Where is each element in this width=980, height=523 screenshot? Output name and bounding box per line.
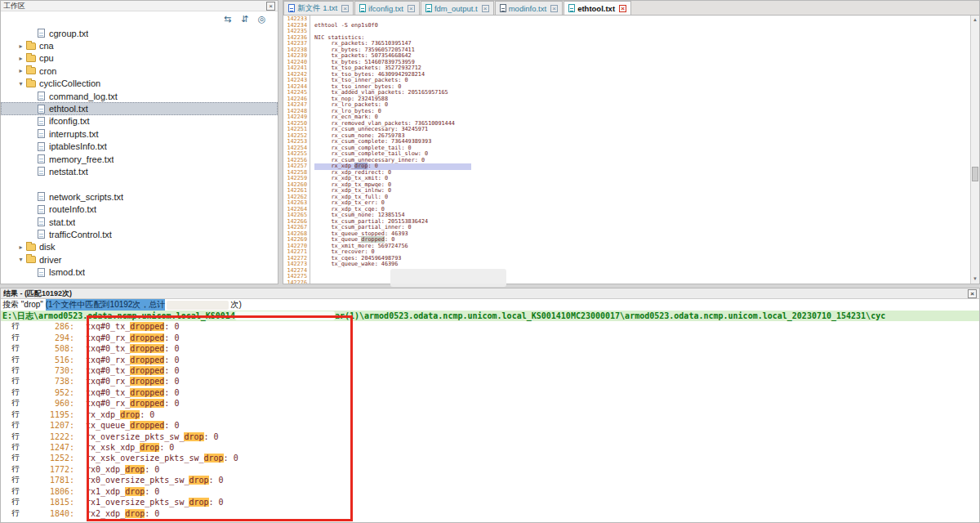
tree-item-label: lsmod.txt [49, 267, 85, 277]
search-result-row[interactable]: 行1815:rx1_oversize_pkts_sw_drop: 0 [1, 497, 979, 507]
search-result-row[interactable]: 行1247:rx_xsk_xdp_drop: 0 [1, 442, 979, 453]
line-word-label: 行 [1, 387, 20, 398]
workspace-close-icon[interactable]: × [266, 2, 275, 11]
document-icon [359, 4, 366, 12]
result-text: txq#0_tx_dropped: 0 [86, 322, 179, 331]
chevron-down-icon[interactable]: ▾ [16, 80, 26, 87]
tree-item-cron[interactable]: ▸cron [1, 65, 278, 77]
file-icon [38, 142, 45, 151]
search-result-row[interactable]: 行1840:rx2_xdp_drop: 0 [1, 507, 979, 518]
result-text: rx_oversize_pkts_sw_drop: 0 [86, 432, 219, 441]
tree-item-stat.txt[interactable]: stat.txt [1, 216, 278, 228]
search-result-row[interactable]: 行738:txq#0_rx_dropped: 0 [1, 376, 979, 387]
results-close-icon[interactable]: × [968, 289, 977, 298]
tab-ethtool.txt[interactable]: ethtool.txt× [564, 1, 631, 15]
search-result-row[interactable]: 行1772:rx0_xdp_drop: 0 [1, 464, 979, 475]
tree-item-cna[interactable]: ▸cna [1, 39, 278, 51]
scroll-up-icon[interactable]: ▲ [971, 16, 979, 25]
tree-item-iptablesInfo.txt[interactable]: iptablesInfo.txt [1, 141, 278, 153]
line-word-label: 行 [1, 409, 20, 420]
scroll-down-icon[interactable]: ▼ [971, 275, 979, 284]
search-result-row[interactable]: 行1252:rx_xsk_oversize_pkts_sw_drop: 0 [1, 453, 979, 463]
tree-item-label: cgroup.txt [49, 29, 88, 38]
scrollbar-thumb[interactable] [972, 167, 978, 181]
tree-item-netstat.txt[interactable]: netstat.txt [1, 165, 278, 177]
code-area[interactable]: ethtool -S enp1s0f0NIC statistics: rx_pa… [310, 16, 970, 284]
tree-item-command_log.txt[interactable]: command_log.txt [1, 90, 278, 102]
code-line: tx_csum_partial: 205153836424 [314, 219, 970, 226]
result-text: txq#0_tx_dropped: 0 [86, 344, 179, 353]
tree-item-label: cron [39, 66, 56, 76]
search-result-row[interactable]: 行508:txq#0_tx_dropped: 0 [1, 343, 979, 354]
redaction-blur [390, 269, 506, 287]
tree-item-disk[interactable]: ▸disk [1, 241, 278, 253]
result-file-path[interactable]: E:\日志\armod0523.odata.ncmp.unicom.local_… [1, 311, 979, 321]
search-result-row[interactable]: 行960:txq#0_rx_dropped: 0 [1, 398, 979, 409]
search-result-row[interactable]: 行516:txq#0_rx_dropped: 0 [1, 354, 979, 364]
editor-view[interactable]: 1422331422341422351422361422371422381422… [283, 16, 970, 284]
search-result-row[interactable]: 行730:txq#0_tx_dropped: 0 [1, 365, 979, 376]
search-result-row[interactable]: 行1806:rx1_xdp_drop: 0 [1, 486, 979, 497]
tree-item-network_scripts.txt[interactable]: network_scripts.txt [1, 190, 278, 203]
line-word-label: 行 [1, 475, 20, 485]
tab-close-icon[interactable]: × [619, 5, 626, 12]
tab-close-icon[interactable]: × [341, 5, 349, 12]
tree-item-ethtool.txt[interactable]: ethtool.txt [1, 102, 278, 114]
tree-item-label: routeInfo.txt [49, 204, 96, 214]
search-result-row[interactable]: 行952:txq#0_tx_dropped: 0 [1, 387, 979, 398]
result-text-pre: rx2_xdp_ [86, 509, 125, 518]
result-text-post: : 0 [140, 410, 154, 419]
chevron-right-icon[interactable]: ▸ [16, 42, 26, 50]
tab-ifconfig.txt[interactable]: ifconfig.txt× [354, 1, 420, 15]
locate-file-icon[interactable]: ◎ [256, 13, 268, 25]
search-result-row[interactable]: 行1222:rx_oversize_pkts_sw_drop: 0 [1, 431, 979, 441]
tab-close-icon[interactable]: × [408, 5, 415, 12]
search-match: dropped [361, 236, 385, 243]
search-result-row[interactable]: 行294:txq#0_rx_dropped: 0 [1, 332, 979, 342]
refresh-tree-icon[interactable]: ⇵ [238, 13, 251, 25]
result-text-pre: rx_oversize_pkts_sw_ [86, 432, 184, 441]
file-icon [38, 105, 45, 114]
search-result-row[interactable]: 行1195:rx_xdp_drop: 0 [1, 409, 979, 420]
tree-item-cyclicCollection[interactable]: ▾cyclicCollection [1, 78, 278, 90]
tree-item-ifconfig.txt[interactable]: ifconfig.txt [1, 115, 278, 127]
result-text-post: : 0 [164, 344, 179, 353]
code-line: rx_bytes: 735960572057411 [314, 47, 970, 54]
search-result-row[interactable]: 行1207:tx_queue_dropped: 0 [1, 420, 979, 431]
tab-close-icon[interactable]: × [482, 5, 489, 12]
line-number: 142276 [283, 280, 307, 284]
tree-item-trafficControl.txt[interactable]: trafficControl.txt [1, 228, 278, 240]
chevron-right-icon[interactable]: ▸ [16, 244, 26, 251]
chevron-right-icon[interactable]: ▸ [16, 67, 26, 74]
editor-vertical-scrollbar[interactable]: ▲ ▼ [970, 16, 979, 284]
tree-item-lsmod.txt[interactable]: lsmod.txt [1, 266, 278, 278]
code-line: rx_xdp_tx_mpwqe: 0 [314, 182, 970, 189]
search-summary-selected: (1个文件中匹配到10192次，总计 [46, 299, 166, 311]
code-text: tx_queue_ [314, 236, 361, 243]
code-line: tx_xmit_more: 569724756 [314, 244, 970, 250]
tree-item-cgroup.txt[interactable]: cgroup.txt [1, 27, 278, 39]
result-text-post: : 0 [164, 421, 179, 430]
tree-item-driver[interactable]: ▾driver [1, 253, 278, 266]
sync-folders-icon[interactable]: ⇆ [221, 13, 234, 25]
code-line: rx_xdp_tx_xmit: 0 [314, 176, 970, 182]
tree-item-interrupts.txt[interactable]: interrupts.txt [1, 127, 278, 140]
search-result-row[interactable]: 行1781:rx0_oversize_pkts_sw_drop: 0 [1, 475, 979, 485]
chevron-down-icon[interactable]: ▾ [16, 256, 26, 263]
tab-close-icon[interactable]: × [550, 5, 558, 12]
tree-item-cpu[interactable]: ▸cpu [1, 52, 278, 65]
tab-新文件 1.txt[interactable]: 新文件 1.txt× [283, 1, 354, 15]
file-icon [38, 92, 45, 101]
file-icon [38, 268, 45, 277]
tree-item-routeInfo.txt[interactable]: routeInfo.txt [1, 203, 278, 215]
tree-item-memory_free.txt[interactable]: memory_free.txt [1, 153, 278, 165]
result-text-pre: txq#0_rx_ [86, 333, 130, 342]
tab-fdm_output.t[interactable]: fdm_output.t× [421, 1, 494, 15]
result-text-pre: rx0_oversize_pkts_sw_ [86, 476, 189, 485]
file-icon [38, 167, 45, 176]
tree-item-label: ifconfig.txt [49, 116, 90, 126]
tree-item-redacted[interactable] [1, 178, 278, 190]
tab-modinfo.txt[interactable]: modinfo.txt× [495, 1, 563, 15]
search-result-row[interactable]: 行286:txq#0_tx_dropped: 0 [1, 321, 979, 332]
chevron-right-icon[interactable]: ▸ [16, 55, 26, 62]
